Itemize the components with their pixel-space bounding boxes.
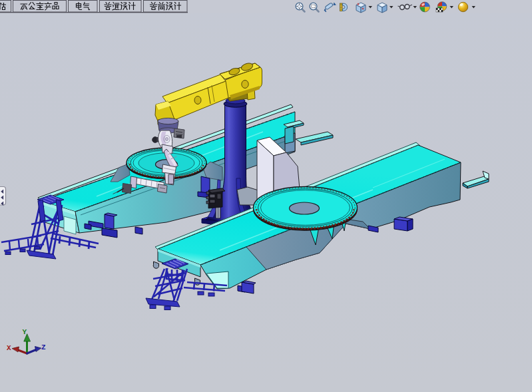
svg-text:Y: Y <box>23 328 27 336</box>
svg-text:Z: Z <box>41 343 46 351</box>
svg-text:X: X <box>7 344 11 352</box>
